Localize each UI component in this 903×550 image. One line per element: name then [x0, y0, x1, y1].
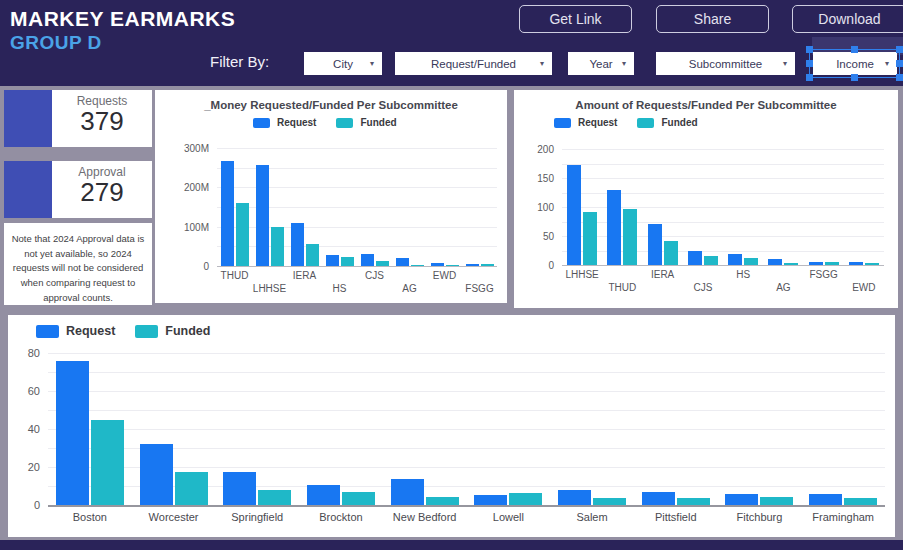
selection-handle[interactable] [896, 60, 903, 67]
requests-by-city-chart: RequestFunded 020406080BostonWorcesterSp… [8, 315, 895, 537]
thud-request-bar[interactable] [607, 190, 621, 265]
thud-funded-bar[interactable] [623, 209, 637, 265]
selection-handle[interactable] [806, 60, 813, 67]
bar-group-cjs: CJS [357, 148, 392, 266]
iera-request-bar[interactable] [648, 224, 662, 265]
ag-request-bar[interactable] [768, 259, 782, 265]
lhhse-funded-bar[interactable] [583, 212, 597, 265]
income-filter-dropdown[interactable]: Income ▾ [813, 52, 897, 75]
legend-item-request[interactable]: Request [36, 324, 115, 338]
legend-item-funded[interactable]: Funded [336, 117, 396, 128]
lhhse-request-bar[interactable] [567, 165, 581, 265]
brockton-request-bar[interactable] [307, 485, 340, 505]
hs-funded-bar[interactable] [341, 257, 354, 266]
year-filter-dropdown[interactable]: Year ▾ [568, 52, 634, 75]
subcommittee-filter-label: Subcommittee [689, 58, 763, 70]
legend-item-request[interactable]: Request [253, 117, 316, 128]
stat-accent-block [4, 90, 52, 147]
lhhse-funded-bar[interactable] [271, 227, 284, 266]
x-axis-line [217, 266, 497, 267]
x-axis-label: THUD [608, 282, 636, 293]
fsgg-funded-bar[interactable] [481, 264, 494, 266]
hs-funded-bar[interactable] [744, 258, 758, 265]
y-axis-label: 40 [28, 423, 40, 435]
ag-funded-bar[interactable] [411, 265, 424, 266]
iera-request-bar[interactable] [291, 223, 304, 266]
note-card: Note that 2024 Approval data is not yet … [4, 223, 152, 305]
boston-request-bar[interactable] [56, 361, 89, 505]
selection-handle[interactable] [896, 74, 903, 81]
iera-funded-bar[interactable] [306, 244, 319, 266]
thud-request-bar[interactable] [221, 161, 234, 266]
springfield-funded-bar[interactable] [258, 490, 291, 505]
ag-funded-bar[interactable] [784, 263, 798, 265]
worcester-request-bar[interactable] [140, 444, 173, 505]
x-axis-label: Salem [576, 511, 607, 523]
legend-label: Funded [661, 117, 697, 128]
legend-item-request[interactable]: Request [554, 117, 617, 128]
cjs-request-bar[interactable] [361, 254, 374, 266]
fsgg-funded-bar[interactable] [825, 262, 839, 265]
brockton-funded-bar[interactable] [342, 492, 375, 505]
ewd-request-bar[interactable] [849, 262, 863, 265]
amount-per-subcommittee-chart: Amount of Requests/Funded Per Subcommitt… [514, 90, 898, 308]
fitchburg-request-bar[interactable] [725, 494, 758, 505]
bar-group-iera: IERA [643, 149, 683, 265]
pittsfield-request-bar[interactable] [642, 492, 675, 505]
request-funded-filter-dropdown[interactable]: Request/Funded ▾ [395, 52, 552, 75]
hs-request-bar[interactable] [326, 255, 339, 266]
hs-request-bar[interactable] [728, 254, 742, 265]
y-axis-label: 300M [184, 143, 209, 154]
fitchburg-funded-bar[interactable] [760, 497, 793, 505]
legend-item-funded[interactable]: Funded [135, 324, 210, 338]
new-bedford-funded-bar[interactable] [426, 497, 459, 505]
selection-handle[interactable] [851, 74, 858, 81]
cjs-funded-bar[interactable] [376, 261, 389, 267]
ewd-funded-bar[interactable] [446, 265, 459, 266]
framingham-request-bar[interactable] [809, 494, 842, 505]
worcester-funded-bar[interactable] [175, 472, 208, 505]
city-filter-dropdown[interactable]: City ▾ [304, 52, 382, 75]
bar-group-brockton: Brockton [299, 353, 383, 505]
bar-group-hs: HS [723, 149, 763, 265]
iera-funded-bar[interactable] [664, 241, 678, 265]
thud-funded-bar[interactable] [236, 203, 249, 266]
boston-funded-bar[interactable] [91, 420, 124, 506]
ag-request-bar[interactable] [396, 258, 409, 266]
springfield-request-bar[interactable] [223, 472, 256, 505]
cjs-request-bar[interactable] [688, 251, 702, 265]
x-axis-label: CJS [693, 282, 712, 293]
salem-funded-bar[interactable] [593, 498, 626, 505]
legend-item-funded[interactable]: Funded [637, 117, 697, 128]
bar-group-thud: THUD [602, 149, 642, 265]
new-bedford-request-bar[interactable] [391, 479, 424, 505]
bar-group-hs: HS [322, 148, 357, 266]
x-axis-label: IERA [651, 269, 674, 280]
lowell-request-bar[interactable] [474, 495, 507, 505]
subcommittee-filter-dropdown[interactable]: Subcommittee ▾ [656, 52, 795, 75]
get-link-button[interactable]: Get Link [519, 5, 632, 33]
y-axis-label: 200 [537, 144, 554, 155]
legend-label: Funded [165, 324, 210, 338]
salem-request-bar[interactable] [558, 490, 591, 505]
lowell-funded-bar[interactable] [509, 493, 542, 505]
chevron-down-icon: ▾ [622, 59, 626, 68]
download-button[interactable]: Download [792, 5, 903, 33]
ewd-request-bar[interactable] [431, 263, 444, 266]
fsgg-request-bar[interactable] [809, 262, 823, 265]
fsgg-request-bar[interactable] [466, 264, 479, 266]
framingham-funded-bar[interactable] [844, 498, 877, 505]
selection-handle[interactable] [896, 46, 903, 53]
lhhse-request-bar[interactable] [256, 165, 269, 266]
selection-handle[interactable] [851, 46, 858, 53]
page-subtitle: GROUP D [10, 32, 235, 54]
chart-title: Amount of Requests/Funded Per Subcommitt… [514, 99, 898, 111]
share-button[interactable]: Share [656, 5, 769, 33]
pittsfield-funded-bar[interactable] [677, 498, 710, 505]
selection-handle[interactable] [806, 46, 813, 53]
money-per-subcommittee-chart: _Money Requested/Funded Per Subcommittee… [155, 90, 507, 303]
cjs-funded-bar[interactable] [704, 256, 718, 265]
selection-handle[interactable] [806, 74, 813, 81]
x-axis-label: LHHSE [253, 283, 286, 294]
ewd-funded-bar[interactable] [865, 263, 879, 265]
